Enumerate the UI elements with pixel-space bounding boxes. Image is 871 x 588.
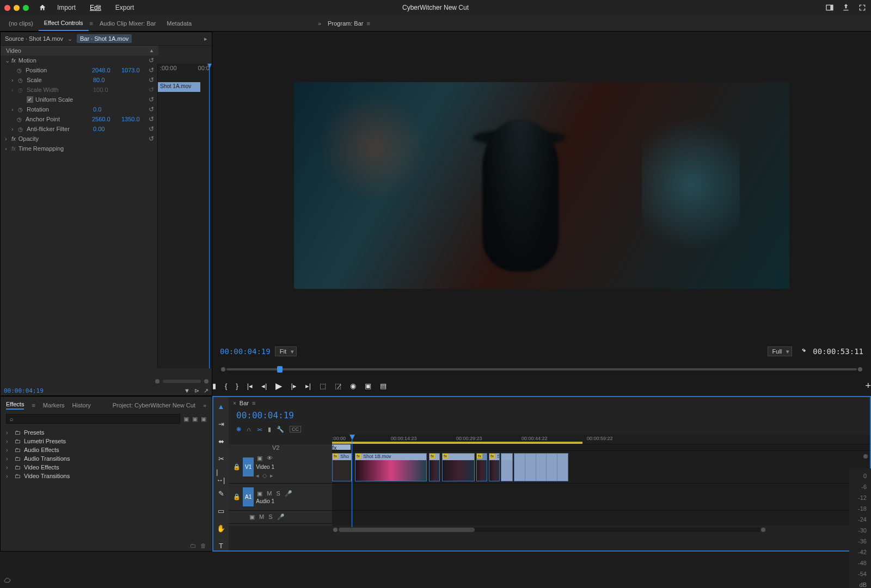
camera-icon[interactable]: ◉ <box>350 382 356 390</box>
go-to-in-icon[interactable]: |◂ <box>247 382 253 390</box>
video-track-1[interactable]: fxSho fxShot 1B.mov fx fx fx fxShot <box>332 451 870 484</box>
reset-icon[interactable]: ↺ <box>149 115 154 123</box>
step-back-icon[interactable]: ◂| <box>261 382 267 390</box>
export-icon[interactable]: ↗ <box>204 387 208 394</box>
position-y-value[interactable]: 1073.0 <box>119 67 149 73</box>
effects-folder-lumetri-presets[interactable]: ›🗀Lumetri Presets <box>6 437 206 445</box>
close-window-button[interactable] <box>4 5 10 11</box>
track-target-a1[interactable]: A1 <box>243 487 254 506</box>
stopwatch-icon[interactable]: ◷ <box>17 67 22 73</box>
reset-icon[interactable]: ↺ <box>149 57 154 64</box>
wrench-icon[interactable] <box>801 348 808 355</box>
reset-icon[interactable]: ↺ <box>149 86 154 94</box>
ripple-edit-tool-icon[interactable]: ⬌ <box>216 436 226 446</box>
delete-icon[interactable]: 🗑 <box>200 542 206 549</box>
ec-mini-timeline[interactable]: :00:00 00:0 Shot 1A.mov <box>157 64 212 368</box>
work-area-bar[interactable] <box>332 442 582 444</box>
track-target-v1[interactable]: V1 <box>243 457 254 476</box>
zoom-scroll-thumb[interactable] <box>339 528 475 532</box>
scrubber-thumb[interactable] <box>277 366 283 373</box>
fx-badge-filter-icon[interactable]: ▣ <box>183 416 189 423</box>
stopwatch-icon[interactable]: ◷ <box>18 126 23 132</box>
resolution-select[interactable]: Full <box>768 346 793 356</box>
sequence-menu-icon[interactable]: ≡ <box>252 400 255 406</box>
maximize-window-button[interactable] <box>23 5 29 11</box>
ec-play-icon[interactable]: ▸ <box>204 35 207 42</box>
add-button-icon[interactable]: + <box>865 380 871 392</box>
track-clip-area[interactable]: fx fxSho fxShot 1B.mov fx fx fx fxShot <box>332 444 870 526</box>
tab-no-clips[interactable]: (no clips) <box>3 16 39 30</box>
tab-project[interactable]: Project: CyberWitcher New Cut <box>113 402 195 408</box>
track-select-tool-icon[interactable]: ⇥ <box>216 419 226 429</box>
source-patch-icon[interactable]: ▣ <box>257 490 262 497</box>
reset-icon[interactable]: ↺ <box>149 106 154 113</box>
dropdown-icon[interactable]: ⌄ <box>68 35 72 42</box>
stopwatch-icon[interactable]: ◷ <box>18 107 23 113</box>
clip-7[interactable] <box>501 453 513 481</box>
snap-icon[interactable]: ❋ <box>236 426 241 433</box>
marker-icon[interactable]: ▮ <box>212 382 216 390</box>
clip-6[interactable]: fxShot <box>489 453 500 481</box>
menu-export[interactable]: Export <box>115 4 134 11</box>
selection-tool-icon[interactable]: ▲ <box>216 401 226 411</box>
tab-history[interactable]: History <box>72 402 91 408</box>
clip-4[interactable]: fx <box>442 453 475 481</box>
fullscreen-icon[interactable] <box>858 3 867 12</box>
target-clip-label[interactable]: Bar · Shot 1A.mov <box>77 34 132 43</box>
clip-5[interactable]: fx <box>476 453 487 481</box>
ec-timeremap-effect[interactable]: › fx Time Remapping <box>1 144 158 153</box>
position-x-value[interactable]: 2048.0 <box>90 67 119 73</box>
kf-prev-icon[interactable]: ◂ <box>256 472 259 479</box>
expand-icon[interactable]: › <box>11 77 18 83</box>
rotation-value[interactable]: 0.0 <box>91 106 120 113</box>
zoom-fit-select[interactable]: Fit <box>275 346 297 356</box>
tab-audio-mixer[interactable]: Audio Clip Mixer: Bar <box>94 16 161 30</box>
solo-button[interactable]: S <box>276 490 280 497</box>
ec-video-section[interactable]: Video ▲ <box>1 46 158 55</box>
effects-search-input[interactable]: ⌕ <box>6 414 180 424</box>
expand-icon[interactable]: ⌄ <box>5 57 11 64</box>
hand-tool-icon[interactable]: ✋ <box>216 523 226 533</box>
program-timecode[interactable]: 00:00:04:19 <box>220 347 271 356</box>
sequence-name[interactable]: Bar <box>240 400 249 406</box>
lock-icon[interactable]: 🔒 <box>233 463 241 471</box>
stopwatch-icon[interactable]: ◷ <box>18 77 23 83</box>
tab-effects[interactable]: Effects <box>6 401 24 410</box>
tab-effect-controls[interactable]: Effect Controls <box>39 16 89 31</box>
timeline-timecode[interactable]: 00:00:04:19 <box>236 410 294 420</box>
expand-icon[interactable]: › <box>5 145 11 152</box>
minimize-window-button[interactable] <box>14 5 20 11</box>
clip-shot-1a[interactable]: fxSho <box>332 453 352 481</box>
anchor-y-value[interactable]: 1350.0 <box>119 116 149 122</box>
ec-mini-clip[interactable]: Shot 1A.mov <box>158 82 200 92</box>
lock-icon[interactable]: 🔒 <box>233 493 241 500</box>
magnet-icon[interactable]: ∩ <box>247 426 251 432</box>
expand-icon[interactable]: › <box>11 106 18 113</box>
clip-3[interactable]: fx <box>429 453 440 481</box>
overwrite-icon[interactable]: ▤ <box>380 382 387 390</box>
menu-import[interactable]: Import <box>57 4 76 11</box>
settings-icon[interactable]: 🔧 <box>277 426 284 433</box>
source-patch-icon[interactable]: ▣ <box>257 455 262 462</box>
keyframe-nav-icon[interactable]: ⊳ <box>194 387 199 394</box>
ec-opacity-effect[interactable]: › fx Opacity ↺ <box>1 134 158 144</box>
32bit-filter-icon[interactable]: ▣ <box>201 416 206 423</box>
fx-badge-icon[interactable]: fx <box>11 136 16 142</box>
home-icon[interactable] <box>39 4 46 11</box>
scale-value[interactable]: 80.0 <box>91 77 120 83</box>
tab-menu-icon[interactable]: ≡ <box>32 402 35 408</box>
expand-icon[interactable]: › <box>11 126 18 132</box>
effects-folder-presets[interactable]: ›🗀Presets <box>6 428 206 437</box>
tab-markers[interactable]: Markers <box>43 402 65 408</box>
mute-button[interactable]: M <box>259 513 264 521</box>
rectangle-tool-icon[interactable]: ▭ <box>216 506 226 516</box>
share-icon[interactable] <box>842 3 850 12</box>
linked-selection-icon[interactable]: ⫘ <box>256 426 262 432</box>
reset-icon[interactable]: ↺ <box>149 135 154 143</box>
slip-tool-icon[interactable]: |↔| <box>216 471 226 481</box>
lift-icon[interactable]: ⬚ <box>320 382 326 390</box>
timeline-ruler[interactable]: :00:0000:00:14:2300:00:29:2300:00:44:220… <box>332 435 870 444</box>
track-scroll-handle[interactable] <box>863 454 868 459</box>
expand-icon[interactable]: › <box>5 135 11 142</box>
razor-tool-icon[interactable]: ✂ <box>216 454 226 463</box>
